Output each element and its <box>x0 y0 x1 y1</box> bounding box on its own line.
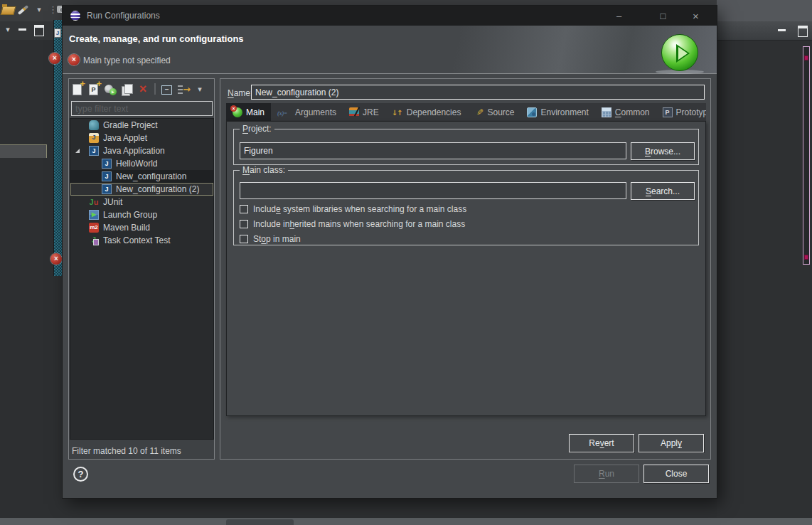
tree-item-icon <box>89 133 99 143</box>
tab-label: Arguments <box>295 107 336 117</box>
project-input[interactable] <box>240 142 626 159</box>
export-launch-configurations-icon[interactable] <box>104 83 117 95</box>
tree-item-icon <box>89 146 99 156</box>
background-header-gradient <box>717 0 812 21</box>
checkbox-row: Include inherited mains when searching f… <box>240 218 465 230</box>
tree-item-junit[interactable]: JUnit <box>70 196 213 208</box>
close-button[interactable]: × <box>680 6 712 26</box>
tab-dependencies[interactable]: Dependencies <box>385 103 468 121</box>
background-view-controls-right <box>776 23 809 36</box>
checkbox[interactable] <box>240 220 248 228</box>
help-button[interactable]: ? <box>73 467 88 482</box>
expander-icon[interactable] <box>75 149 80 153</box>
tree-item-launch-group[interactable]: Launch Group <box>70 208 213 221</box>
main-tab-content: Project: Browse... Main class: Search... <box>226 121 706 416</box>
play-icon-inner <box>678 47 688 60</box>
tree-item-label: JUnit <box>103 197 122 207</box>
configurations-panel: Gradle Project Java Applet Java Applicat… <box>68 78 215 460</box>
checkbox-label: Include system libraries when searching … <box>253 204 466 214</box>
error-marker[interactable] <box>804 55 808 60</box>
checkbox[interactable] <box>240 235 248 243</box>
configurations-tree: Gradle Project Java Applet Java Applicat… <box>70 118 214 440</box>
checkbox-label: Include inherited mains when searching f… <box>253 219 465 229</box>
tab-label: JRE <box>363 107 379 117</box>
main-class-legend: Main class: <box>240 165 288 175</box>
filter-launch-configurations-icon[interactable] <box>177 83 190 95</box>
tab-environment[interactable]: Environment <box>520 103 594 121</box>
open-folder-icon[interactable] <box>1 3 14 16</box>
tab-label: Main <box>246 107 265 117</box>
checkbox-row: Include system libraries when searching … <box>240 203 466 215</box>
toolbar-separator <box>154 83 156 95</box>
restore-view-icon[interactable] <box>33 23 46 36</box>
restore-view-icon[interactable] <box>796 23 809 36</box>
filter-input[interactable] <box>71 101 213 116</box>
chevron-down-icon[interactable] <box>1 23 14 36</box>
tree-item-label: Java Application <box>103 146 165 156</box>
tree-item-icon <box>102 184 112 194</box>
apply-button[interactable]: Apply <box>639 434 704 452</box>
error-icon: × <box>49 53 60 64</box>
menu-dropdown-icon[interactable] <box>193 83 206 95</box>
configuration-tabs: Main Arguments JRE Dependencies Source <box>226 103 706 121</box>
tree-item-helloworld[interactable]: HelloWorld <box>70 157 213 170</box>
tree-item-label: HelloWorld <box>116 159 157 169</box>
delete-launch-configuration-icon[interactable] <box>137 83 149 95</box>
tree-item-label: New_configuration <box>116 171 186 181</box>
project-group: Project: Browse... <box>233 129 699 165</box>
editor-overview-ruler[interactable] <box>803 46 810 265</box>
tree-item-icon <box>102 159 112 169</box>
main-class-input[interactable] <box>240 182 626 199</box>
tab-label: Common <box>615 107 650 117</box>
collapse-all-icon[interactable] <box>161 83 173 95</box>
horizontal-scrollbar-thumb[interactable] <box>226 519 294 525</box>
tree-item-icon <box>89 120 99 130</box>
tree-item-java-application[interactable]: Java Application <box>70 144 213 157</box>
tree-item-new-configuration[interactable]: New_configuration <box>70 170 213 183</box>
tree-item-java-applet[interactable]: Java Applet <box>70 132 213 144</box>
tab-source[interactable]: Source <box>467 103 520 121</box>
run-configurations-dialog: Run Configurations –□× Create, manage, a… <box>63 6 717 498</box>
background-main-toolbar <box>1 3 70 20</box>
screen: J × × Run Configurations –□× Create, man… <box>0 0 812 525</box>
paintbrush-icon[interactable] <box>17 3 30 16</box>
tree-item-icon <box>89 197 99 207</box>
minimize-view-icon[interactable] <box>776 23 789 36</box>
name-label: Name: <box>228 88 252 98</box>
tab-label: Dependencies <box>407 107 461 117</box>
maximize-button[interactable]: □ <box>647 6 679 26</box>
new-launch-configuration-icon[interactable] <box>71 83 84 95</box>
tree-item-task-context-test[interactable]: Task Context Test <box>70 234 213 247</box>
duplicate-launch-configuration-icon[interactable] <box>120 83 133 95</box>
main-class-group: Main class: Search... Include system lib… <box>233 170 699 245</box>
checkbox[interactable] <box>240 205 248 213</box>
tab-prototype[interactable]: Prototype <box>656 103 706 121</box>
close-button[interactable]: Close <box>643 465 709 483</box>
minimized-view-bar[interactable] <box>0 144 47 158</box>
tree-item-label: Maven Build <box>103 223 150 233</box>
overflow-grip-icon[interactable] <box>48 3 54 16</box>
dropdown-arrow-icon[interactable] <box>33 3 46 16</box>
browse-button[interactable]: Browse... <box>631 142 695 160</box>
tab-jre[interactable]: JRE <box>343 103 385 121</box>
error-icon: × <box>50 253 62 265</box>
tree-item-maven-build[interactable]: Maven Build <box>70 221 213 234</box>
filter-status-text: Filter matched 10 of 11 items <box>72 446 181 456</box>
search-button[interactable]: Search... <box>631 182 695 200</box>
revert-button[interactable]: Revert <box>569 434 634 452</box>
tab-main[interactable]: Main <box>226 103 271 121</box>
minimize-button[interactable]: – <box>603 6 635 26</box>
dialog-header-banner: Create, manage, and run configurations ×… <box>63 26 717 74</box>
run-button[interactable]: Run <box>574 465 639 483</box>
tree-item-gradle-project[interactable]: Gradle Project <box>70 119 213 132</box>
error-marker[interactable] <box>804 255 808 260</box>
tree-item-new-configuration-2[interactable]: New_configuration (2) <box>70 183 213 196</box>
minimize-view-icon[interactable] <box>17 23 30 36</box>
tab-arguments[interactable]: Arguments <box>271 103 343 121</box>
new-launch-prototype-icon[interactable] <box>87 83 100 95</box>
name-input[interactable] <box>251 85 705 100</box>
tab-label: Source <box>487 107 514 117</box>
tab-common[interactable]: Common <box>595 103 656 121</box>
tree-item-icon <box>89 223 99 233</box>
dialog-title: Run Configurations <box>87 11 160 21</box>
